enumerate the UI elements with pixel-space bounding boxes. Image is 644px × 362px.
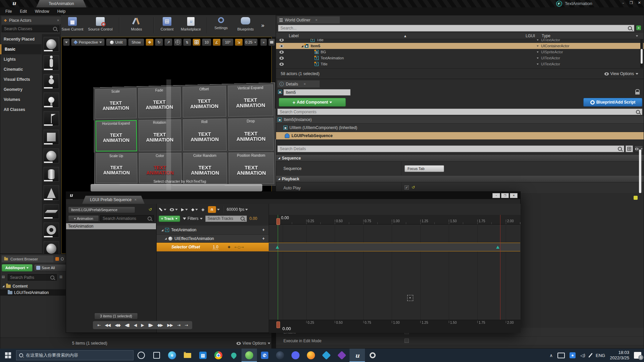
taskbar-file-explorer[interactable] — [180, 349, 195, 362]
add-key-icon[interactable] — [634, 196, 638, 200]
column-label[interactable]: Label — [289, 34, 299, 38]
category-cinematic[interactable]: Cinematic — [0, 64, 42, 74]
undo-icon[interactable]: ↺ — [149, 207, 152, 212]
actor-name-field[interactable]: Item5 — [283, 89, 351, 96]
lock-icon[interactable] — [635, 89, 640, 93]
taskbar-vscode[interactable] — [319, 349, 334, 362]
search-animations-input[interactable]: Search Animations — [100, 215, 154, 222]
close-icon[interactable]: ✕ — [635, 1, 643, 5]
close-icon[interactable]: ✕ — [134, 198, 137, 201]
add-animation-button[interactable]: + Animation — [68, 215, 99, 222]
reset-to-default-icon[interactable]: ↺ — [412, 185, 415, 190]
source-control-button[interactable]: Source Control — [84, 17, 116, 31]
search-components-input[interactable]: Search Components — [277, 109, 642, 115]
clock[interactable]: 18:03 2022/3/25 — [610, 350, 629, 361]
transport-step-back-button[interactable]: ◀▮ — [125, 323, 129, 327]
auto-play-checkbox[interactable]: ✓ — [405, 185, 409, 190]
transport-next-key-button[interactable]: ◆▶ — [157, 323, 163, 327]
asset-player-start[interactable] — [44, 111, 59, 126]
toolbar-overflow-chevron[interactable]: » — [261, 22, 265, 29]
search-tracks-input[interactable]: Search Tracks — [205, 216, 247, 222]
folder-row-content[interactable]: ◢ Content — [0, 283, 66, 289]
execute-checkbox[interactable] — [405, 339, 409, 343]
taskbar-visual-studio[interactable] — [334, 349, 350, 362]
viewport-options-dropdown[interactable] — [63, 39, 70, 46]
menu-edit[interactable]: Edit — [16, 8, 31, 15]
anim-button-vertical-expand[interactable]: Vertical ExpandTEXT ANIMATION — [228, 84, 273, 117]
settings-button[interactable]: Settings — [210, 17, 232, 30]
outliner-row-textanimation[interactable]: T TextAnimation UITextActor — [276, 55, 644, 61]
taskbar-discord[interactable] — [288, 349, 303, 362]
perspective-button[interactable]: Perspective — [71, 39, 105, 46]
transport-to-front-button[interactable]: ⇤ — [97, 323, 100, 327]
track-row-textanimation[interactable]: ◢ T TextAnimation + — [157, 226, 269, 235]
rotation-snap-value-button[interactable]: 10° — [222, 39, 233, 46]
timeline-area[interactable]: 0.00 0.25 0.50 0.75 1.00 1.25 1.50 1.75 … — [269, 204, 521, 333]
sequencer-settings-button[interactable] — [159, 209, 166, 210]
taskbar-unreal[interactable]: u — [350, 349, 365, 362]
anim-button-horizontal-expand[interactable]: Horizontal ExpandTEXT ANIMATION — [95, 120, 137, 151]
component-row-item5-instance[interactable]: ▣ Item5(Instance) — [276, 116, 644, 124]
outliner-row-item5[interactable]: ◢ ▣ Item5 UIContainerActor — [276, 43, 644, 49]
view-options-button[interactable] — [170, 208, 178, 211]
asset-sphere[interactable] — [44, 148, 59, 163]
tray-expand-icon[interactable]: ∧ — [549, 353, 553, 358]
close-icon[interactable]: ✕ — [510, 193, 518, 198]
animation-list-item[interactable]: TextAnimation — [66, 223, 156, 229]
taskbar-settings[interactable] — [365, 349, 380, 362]
taskbar-maps[interactable] — [226, 349, 241, 362]
taskbar-steam[interactable] — [272, 349, 288, 362]
menu-file[interactable]: File — [1, 8, 16, 15]
visibility-eye-icon[interactable] — [279, 57, 284, 60]
current-time-value[interactable]: 0.00 — [250, 216, 257, 221]
category-volumes[interactable]: Volumes — [0, 95, 42, 105]
rotation-snap-button[interactable]: ∠ — [213, 39, 221, 46]
search-paths-input[interactable]: Search Paths — [8, 274, 57, 281]
category-recently-placed[interactable]: Recently Placed — [0, 34, 42, 44]
transport-jump-forward-button[interactable]: ▶▶ — [167, 323, 173, 327]
key-navigation-arrows[interactable]: ←○→ — [234, 245, 244, 249]
asset-point-light[interactable] — [44, 93, 59, 107]
cortana-button[interactable] — [133, 349, 149, 362]
timeline-ruler-bottom[interactable]: 0.25 0.50 0.75 1.00 1.25 1.50 1.75 2.00 … — [269, 320, 521, 333]
show-button[interactable]: Show — [128, 39, 144, 46]
component-row-uiitem[interactable]: ▣ UIItem (UIItemComponent) (Inherited) — [276, 124, 644, 132]
keyframe-marker[interactable] — [276, 246, 279, 249]
transport-play-reverse-button[interactable]: ◀ — [134, 323, 137, 327]
category-lights[interactable]: Lights — [0, 54, 42, 64]
taskbar-search-box[interactable]: 在这里输入你要搜索的内容 — [16, 350, 133, 360]
screenshot-button[interactable] — [268, 39, 275, 46]
notification-star-icon[interactable]: ★ — [570, 352, 576, 358]
modes-button[interactable]: Modes — [122, 17, 151, 31]
scale-widget-button[interactable]: ↗ — [164, 39, 172, 46]
close-icon[interactable]: ✕ — [304, 82, 306, 86]
add-track-button[interactable]: + Track — [159, 216, 180, 222]
world-space-button[interactable] — [174, 39, 182, 46]
transport-play-button[interactable]: ▶ — [141, 323, 144, 327]
details-view-options-button[interactable] — [634, 145, 643, 152]
playhead-top[interactable] — [276, 218, 280, 225]
minimize-icon[interactable]: – — [619, 1, 627, 5]
sources-toggle-icon[interactable]: ▤ — [2, 275, 5, 279]
asset-cone[interactable] — [44, 185, 59, 200]
asset-plane[interactable] — [44, 204, 59, 219]
expand-arrow-icon[interactable]: ◢ — [301, 45, 303, 48]
taskbar-firefox[interactable] — [303, 349, 319, 362]
volume-icon[interactable]: ◁) — [580, 353, 585, 358]
filters-button[interactable]: Filters — [183, 216, 203, 221]
rotate-widget-button[interactable]: ↻ — [155, 39, 163, 46]
type-chevron-icon[interactable] — [537, 57, 539, 59]
details-scrollbar-thumb[interactable] — [639, 149, 641, 193]
anim-button-scale-up[interactable]: Scale UpTEXT ANIMATION — [96, 153, 138, 183]
visibility-eye-icon[interactable] — [279, 63, 284, 66]
transport-step-forward-button[interactable]: ▮▶ — [148, 323, 153, 327]
transport-prev-key-button[interactable]: ◀◆ — [115, 323, 120, 327]
scrollbar-thumb[interactable] — [641, 49, 643, 64]
outliner-row-title-2[interactable]: T Title UITextActor — [276, 61, 644, 67]
blueprint-add-script-button[interactable]: Blueprint/Add Script — [583, 98, 642, 107]
start-button[interactable] — [0, 349, 16, 362]
anim-button-offset[interactable]: OffsetTEXT ANIMATION — [182, 85, 226, 118]
task-view-button[interactable] — [149, 349, 164, 362]
grid-snap-button[interactable] — [193, 39, 201, 46]
details-tab[interactable]: i Details ✕ — [277, 80, 320, 87]
